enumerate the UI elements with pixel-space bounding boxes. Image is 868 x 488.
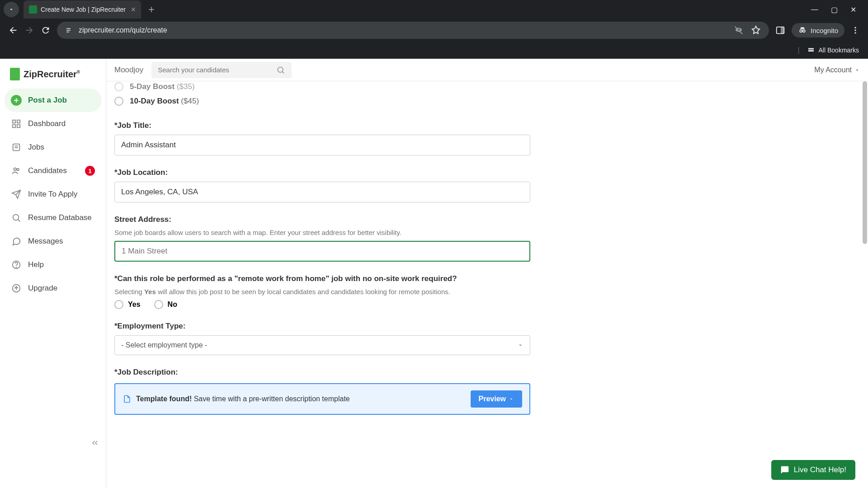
svg-rect-2	[66, 32, 69, 33]
minimize-button[interactable]: —	[811, 5, 818, 14]
preview-button[interactable]: Preview	[471, 390, 522, 408]
browser-toolbar: ziprecruiter.com/quiz/create Incognito	[0, 19, 868, 42]
svg-rect-5	[781, 27, 784, 34]
tab-title: Create New Job | ZipRecruiter	[41, 6, 127, 13]
sidebar-item-resume-database[interactable]: Resume Database	[5, 206, 101, 230]
logo[interactable]: ZipRecruiter®	[5, 64, 101, 89]
all-bookmarks-button[interactable]: All Bookmarks	[807, 46, 859, 54]
svg-rect-14	[17, 125, 20, 127]
back-button[interactable]	[8, 25, 18, 35]
employment-type-label: *Employment Type:	[114, 322, 641, 331]
search-icon	[11, 212, 22, 223]
sidebar-item-invite[interactable]: Invite To Apply	[5, 183, 101, 206]
svg-line-21	[18, 220, 20, 222]
boost-10day-option[interactable]: 10-Day Boost ($45)	[114, 94, 641, 108]
sidebar: ZipRecruiter® + Post a Job Dashboard Job…	[0, 59, 106, 488]
radio-icon[interactable]	[114, 82, 123, 91]
upgrade-icon	[11, 283, 22, 294]
invite-icon	[11, 189, 22, 200]
maximize-button[interactable]: ▢	[831, 5, 838, 14]
sidebar-item-upgrade[interactable]: Upgrade	[5, 277, 101, 300]
sidebar-item-dashboard[interactable]: Dashboard	[5, 112, 101, 136]
chevron-down-icon	[854, 67, 860, 73]
svg-line-26	[283, 71, 284, 73]
logo-icon	[10, 68, 20, 80]
employment-type-select[interactable]: - Select employment type -	[114, 335, 530, 355]
company-name[interactable]: Moodjoy	[114, 66, 143, 75]
job-location-input[interactable]	[114, 182, 530, 202]
chat-icon	[780, 465, 789, 474]
svg-point-25	[278, 67, 283, 72]
live-chat-button[interactable]: Live Chat Help!	[771, 460, 855, 480]
candidate-search[interactable]	[151, 62, 292, 78]
remote-yes-option[interactable]: Yes	[114, 300, 141, 309]
sidebar-collapse-button[interactable]	[90, 438, 99, 447]
browser-tab[interactable]: Create New Job | ZipRecruiter ×	[24, 0, 141, 19]
new-tab-button[interactable]: +	[148, 3, 155, 16]
sidebar-item-post-job[interactable]: + Post a Job	[5, 89, 101, 112]
radio-icon[interactable]	[154, 300, 163, 309]
incognito-eye-icon[interactable]	[734, 25, 744, 35]
chevron-down-icon	[509, 396, 514, 402]
svg-point-20	[13, 215, 19, 221]
scrollbar-thumb[interactable]	[863, 81, 867, 244]
document-icon	[123, 394, 132, 404]
messages-icon	[11, 236, 22, 247]
job-title-input[interactable]	[114, 135, 530, 155]
account-menu[interactable]: My Account	[814, 66, 860, 74]
site-settings-icon[interactable]	[65, 26, 73, 34]
search-icon[interactable]	[276, 66, 285, 75]
browser-chrome: Create New Job | ZipRecruiter × + — ▢ ✕ …	[0, 0, 868, 59]
tab-bar: Create New Job | ZipRecruiter × + — ▢ ✕	[0, 0, 868, 19]
svg-point-19	[17, 169, 19, 171]
browser-menu-icon[interactable]	[851, 26, 860, 35]
incognito-badge[interactable]: Incognito	[792, 23, 844, 38]
svg-point-8	[854, 27, 856, 28]
tab-close-button[interactable]: ×	[131, 5, 136, 14]
chevron-down-icon	[517, 342, 524, 348]
main-content: Moodjoy My Account 5-Day Boost ($35) 10-…	[106, 59, 868, 488]
svg-point-18	[14, 168, 17, 171]
svg-point-7	[803, 30, 805, 32]
street-address-input[interactable]	[114, 241, 530, 262]
sidebar-item-candidates[interactable]: Candidates 1	[5, 159, 101, 183]
template-banner: Template found! Save time with a pre-wri…	[114, 383, 530, 415]
sidebar-item-messages[interactable]: Messages	[5, 230, 101, 253]
url-bar[interactable]: ziprecruiter.com/quiz/create	[57, 22, 769, 39]
logo-text: ZipRecruiter®	[24, 69, 80, 80]
svg-point-6	[800, 30, 802, 32]
forward-button[interactable]	[24, 25, 34, 35]
scrollbar[interactable]	[862, 81, 868, 488]
bookmark-star-icon[interactable]	[751, 25, 761, 35]
sidebar-item-jobs[interactable]: Jobs	[5, 136, 101, 159]
sidebar-item-help[interactable]: Help	[5, 253, 101, 277]
candidate-search-input[interactable]	[158, 66, 276, 74]
incognito-icon	[798, 26, 807, 35]
street-address-hint: Some job boards allow users to search wi…	[114, 229, 641, 236]
dashboard-icon	[11, 118, 22, 129]
plus-icon: +	[11, 95, 22, 106]
svg-rect-13	[13, 125, 15, 127]
svg-rect-11	[13, 120, 15, 123]
svg-point-9	[854, 29, 856, 31]
side-panel-icon[interactable]	[775, 25, 785, 35]
radio-icon[interactable]	[114, 97, 123, 106]
jobs-icon	[11, 142, 22, 153]
job-title-label: *Job Title:	[114, 121, 641, 130]
window-controls: — ▢ ✕	[811, 5, 864, 14]
close-window-button[interactable]: ✕	[850, 5, 856, 14]
radio-icon[interactable]	[114, 300, 123, 309]
tab-search-button[interactable]	[4, 2, 19, 17]
svg-rect-1	[66, 30, 71, 31]
reload-button[interactable]	[41, 25, 51, 35]
svg-rect-12	[17, 120, 20, 123]
remote-no-option[interactable]: No	[154, 300, 177, 309]
boost-5day-option[interactable]: 5-Day Boost ($35)	[114, 80, 641, 94]
remote-work-hint: Selecting Yes will allow this job post t…	[114, 288, 641, 296]
candidates-badge: 1	[85, 166, 95, 176]
street-address-label: Street Address:	[114, 215, 641, 224]
url-text: ziprecruiter.com/quiz/create	[79, 26, 167, 34]
job-description-label: *Job Description:	[114, 368, 641, 377]
bookmarks-bar: | All Bookmarks	[0, 42, 868, 59]
topbar: Moodjoy My Account	[106, 59, 868, 81]
